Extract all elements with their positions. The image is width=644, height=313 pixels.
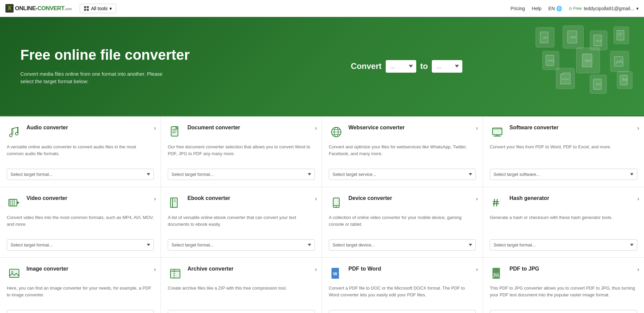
card-arrow-icon[interactable]: › bbox=[637, 195, 639, 202]
card-select-webservice[interactable]: Select target service... bbox=[329, 169, 476, 180]
card-select-ebook[interactable]: Select target format... bbox=[168, 239, 315, 251]
card-header: W PDF to Word bbox=[329, 266, 476, 281]
to-label: to bbox=[420, 61, 428, 71]
card-select-pdf-jpg[interactable]: Select target format... bbox=[490, 310, 637, 313]
converter-card-pdf-jpg: PDF to JPG › This PDF to JPG converter a… bbox=[483, 258, 644, 313]
card-header: Device converter bbox=[329, 195, 476, 210]
svg-marker-30 bbox=[17, 201, 20, 204]
all-tools-label: All tools bbox=[91, 6, 107, 11]
card-arrow-icon[interactable]: › bbox=[315, 266, 317, 273]
convert-label: Convert bbox=[351, 61, 382, 71]
card-select-device[interactable]: Select target device... bbox=[329, 239, 476, 251]
card-icon-software bbox=[490, 125, 505, 140]
svg-line-41 bbox=[494, 199, 495, 206]
hero-section: Free online file converter Convert media… bbox=[0, 17, 644, 115]
user-menu[interactable]: ⊙ Free teddycipolla91@gmail... ▾ bbox=[569, 6, 639, 11]
svg-text:DOCX: DOCX bbox=[562, 78, 569, 81]
card-title: Device converter bbox=[348, 195, 392, 201]
card-desc: Convert your files from PDF to Word, PDF… bbox=[490, 144, 637, 164]
converter-card-software: Software converter › Convert your files … bbox=[483, 116, 644, 187]
convert-to-select[interactable]: ... bbox=[432, 60, 462, 73]
card-arrow-icon[interactable]: › bbox=[476, 195, 478, 202]
converter-card-video: Video converter › Convert video files in… bbox=[0, 187, 161, 258]
card-icon-webservice bbox=[329, 125, 344, 140]
svg-rect-45 bbox=[9, 269, 19, 277]
card-header: Archive converter bbox=[168, 266, 315, 281]
card-desc: Convert video files into the most common… bbox=[7, 214, 154, 235]
navbar: X ONLINE-CONVERT.com All tools ▾ Pricing… bbox=[0, 0, 644, 17]
card-icon-ebook bbox=[168, 195, 183, 210]
converter-card-archive: Archive converter › Create archive files… bbox=[161, 258, 322, 313]
card-arrow-icon[interactable]: › bbox=[637, 125, 639, 132]
converter-card-document: Document converter › Our free document c… bbox=[161, 116, 322, 187]
card-title: PDF to Word bbox=[348, 266, 381, 272]
card-icon-video bbox=[7, 195, 22, 210]
card-icon-audio bbox=[7, 125, 22, 140]
hero-icons: GIF JPG XLS PDF PNG DOCX TIFF Aa bbox=[522, 24, 630, 109]
all-tools-button[interactable]: All tools ▾ bbox=[80, 4, 116, 13]
card-title: Archive converter bbox=[187, 266, 234, 272]
svg-text:W: W bbox=[333, 271, 338, 276]
convert-from-select[interactable]: ... bbox=[386, 60, 416, 73]
converter-card-audio: Audio converter › A versatile online aud… bbox=[0, 116, 161, 187]
card-arrow-icon[interactable]: › bbox=[315, 125, 317, 132]
card-desc: This PDF to JPG converter allows you to … bbox=[490, 285, 637, 305]
free-badge: ⊙ Free bbox=[569, 6, 582, 11]
card-desc: A collection of online video converter f… bbox=[329, 214, 476, 235]
card-desc: Create archive files like a ZIP with thi… bbox=[168, 285, 315, 305]
card-arrow-icon[interactable]: › bbox=[637, 266, 639, 273]
globe-icon: 🌐 bbox=[556, 6, 562, 11]
hero-subtitle: Convert media files online from one form… bbox=[20, 70, 163, 86]
card-desc: Generate a hash or checksum with these h… bbox=[490, 214, 637, 235]
card-icon-archive bbox=[168, 266, 183, 281]
svg-text:TIFF: TIFF bbox=[596, 83, 601, 86]
card-select-hash[interactable]: Select target format... bbox=[490, 239, 637, 251]
card-arrow-icon[interactable]: › bbox=[315, 195, 317, 202]
svg-rect-8 bbox=[618, 35, 621, 36]
hero-title: Free online file converter bbox=[20, 47, 190, 63]
card-select-pdf-word[interactable]: Select target format... bbox=[329, 310, 476, 313]
converter-card-pdf-word: W PDF to Word › Convert a PDF file to DO… bbox=[322, 258, 483, 313]
card-header: Hash generator bbox=[490, 195, 637, 210]
svg-rect-7 bbox=[618, 33, 622, 34]
svg-point-39 bbox=[336, 206, 337, 207]
converter-card-ebook: Ebook converter › A list of versatile on… bbox=[161, 187, 322, 258]
chevron-down-icon: ▾ bbox=[636, 6, 639, 11]
svg-text:GIF: GIF bbox=[543, 36, 547, 39]
card-select-image[interactable]: Select target format... bbox=[7, 310, 154, 313]
card-icon-image bbox=[7, 266, 22, 281]
card-title: Audio converter bbox=[26, 125, 68, 131]
card-header: Ebook converter bbox=[168, 195, 315, 210]
card-select-document[interactable]: Select target format... bbox=[168, 169, 315, 180]
language-selector[interactable]: EN 🌐 bbox=[548, 6, 562, 11]
svg-rect-48 bbox=[170, 269, 180, 271]
card-select-software[interactable]: Select target software... bbox=[490, 169, 637, 180]
card-header: Video converter bbox=[7, 195, 154, 210]
logo-text: ONLINE-CONVERT.com bbox=[15, 5, 72, 12]
card-select-video[interactable]: Select target format... bbox=[7, 239, 154, 251]
card-arrow-icon[interactable]: › bbox=[154, 266, 156, 273]
card-arrow-icon[interactable]: › bbox=[154, 125, 156, 132]
card-select-audio[interactable]: Select target format... bbox=[7, 169, 154, 180]
converter-card-hash: Hash generator › Generate a hash or chec… bbox=[483, 187, 644, 258]
help-link[interactable]: Help bbox=[532, 6, 542, 11]
card-arrow-icon[interactable]: › bbox=[476, 125, 478, 132]
converter-grid: Audio converter › A versatile online aud… bbox=[0, 115, 644, 313]
card-desc: A list of versatile online ebook convert… bbox=[168, 214, 315, 235]
card-icon-pdf-word: W bbox=[329, 266, 344, 281]
card-select-archive[interactable]: Select target format... bbox=[168, 310, 315, 313]
svg-text:PNG: PNG bbox=[548, 59, 554, 62]
card-arrow-icon[interactable]: › bbox=[476, 266, 478, 273]
card-header: Webservice converter bbox=[329, 125, 476, 140]
pricing-link[interactable]: Pricing bbox=[510, 6, 525, 11]
card-title: PDF to JPG bbox=[509, 266, 539, 272]
card-header: Document converter bbox=[168, 125, 315, 140]
navbar-right: Pricing Help EN 🌐 ⊙ Free teddycipolla91@… bbox=[510, 6, 639, 11]
logo[interactable]: X ONLINE-CONVERT.com bbox=[5, 4, 72, 13]
svg-rect-47 bbox=[170, 271, 180, 278]
card-desc: Convert and optimize your files for webs… bbox=[329, 144, 476, 164]
user-email: teddycipolla91@gmail... bbox=[584, 6, 634, 11]
svg-line-42 bbox=[497, 199, 497, 206]
card-arrow-icon[interactable]: › bbox=[154, 195, 156, 202]
svg-text:XLS: XLS bbox=[596, 39, 601, 42]
